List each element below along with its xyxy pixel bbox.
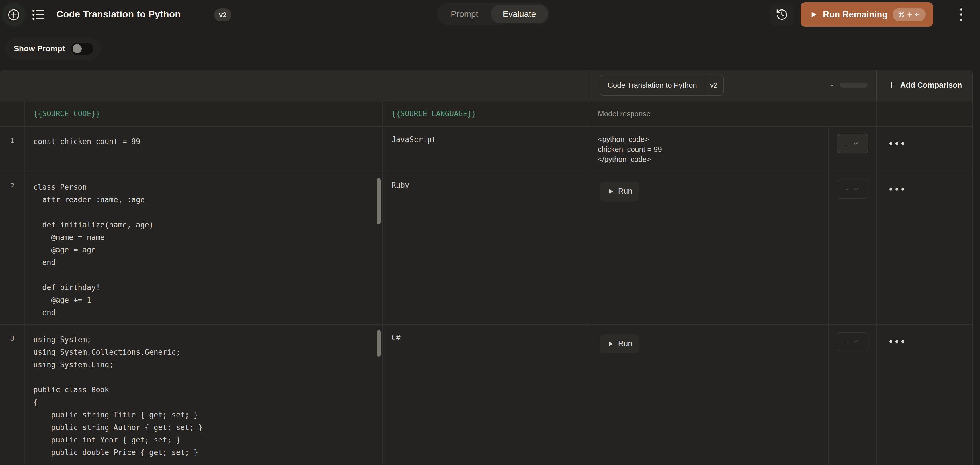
play-icon [607,188,614,195]
mode-tabs: Prompt Evaluate [437,3,549,25]
evaluation-table: Code Translation to Python v2 - Add Comp… [0,70,973,465]
plus-circle-icon [7,8,20,21]
history-button[interactable] [770,3,794,26]
score-dropdown[interactable]: - [837,134,869,153]
score-cell: - [829,173,877,325]
play-icon [607,340,614,347]
header-model-column: Code Translation to Python v2 - [591,70,877,101]
row-number: 1 [0,127,25,173]
column-header-source-language: {{SOURCE_LANGUAGE}} [383,101,591,127]
row-menu-button[interactable] [877,325,972,343]
row-actions-cell [877,173,972,325]
row-number: 3 [0,325,25,465]
code-scrollbar-thumb[interactable] [377,178,381,224]
run-row-button[interactable]: Run [600,182,640,201]
overflow-menu-button[interactable] [957,6,965,23]
header-spacer [0,70,591,101]
chevron-down-icon [853,140,859,147]
source-language-cell[interactable]: Ruby [383,173,591,325]
version-badge: v2 [214,8,231,21]
show-prompt-label: Show Prompt [14,44,65,53]
score-value: - [846,139,848,148]
score-dropdown-disabled[interactable]: - [837,332,869,351]
source-code-cell[interactable]: class Person attr_reader :name, :age def… [25,173,383,325]
new-item-button[interactable] [6,7,21,22]
score-value: - [846,185,848,194]
prompt-list-button[interactable] [31,8,46,22]
model-response-cell: Run [591,173,829,325]
tab-prompt[interactable]: Prompt [438,5,491,23]
chevron-down-icon [853,338,859,345]
row-number: 2 [0,173,25,325]
comparison-prompt-version: v2 [704,75,723,95]
code-scrollbar-thumb[interactable] [377,330,381,357]
column-header-source-code: {{SOURCE_CODE}} [25,101,383,127]
toggle-knob [73,44,82,53]
source-code-cell[interactable]: using System; using System.Collections.G… [25,325,383,465]
keyboard-shortcut-badge: ⌘ + ↵ [892,8,925,21]
score-cell: - [829,325,877,465]
run-row-label: Run [618,339,632,348]
score-summary-bar [840,83,867,88]
score-value: - [846,337,848,346]
run-row-label: Run [618,187,632,196]
row-menu-button[interactable] [877,127,972,145]
source-code-cell[interactable]: const chicken_count = 99 [25,127,383,173]
model-response-cell: <python_code> chicken_count = 99 </pytho… [591,127,829,173]
run-remaining-button[interactable]: Run Remaining ⌘ + ↵ [801,2,933,27]
show-prompt-control: Show Prompt [5,38,101,60]
score-dropdown-disabled[interactable]: - [837,179,869,199]
comparison-prompt-name: Code Translation to Python [600,81,704,90]
row-number-header [0,101,25,127]
run-row-button[interactable]: Run [600,334,640,353]
model-response-cell: Run [591,325,829,465]
header-score-summary: - [831,81,867,90]
show-prompt-toggle[interactable] [71,43,93,55]
add-comparison-button[interactable]: Add Comparison [877,70,972,101]
row-actions-cell [877,127,972,173]
row-actions-cell [877,325,972,465]
play-icon [809,10,818,19]
top-bar: Code Translation to Python v2 Prompt Eva… [0,0,980,29]
plus-icon [887,81,896,90]
score-summary-value: - [831,81,834,90]
chevron-down-icon [853,186,859,193]
page-title: Code Translation to Python [56,9,181,20]
source-language-cell[interactable]: JavaScript [383,127,591,173]
score-cell: - [829,127,877,173]
tab-evaluate[interactable]: Evaluate [491,5,548,23]
add-comparison-label: Add Comparison [900,81,963,90]
history-icon [776,8,788,21]
source-language-cell[interactable]: C# [383,325,591,465]
column-header-model-response: Model response [591,101,877,127]
column-header-actions [877,101,972,127]
run-remaining-label: Run Remaining [823,10,888,20]
row-menu-button[interactable] [877,173,972,191]
list-icon [32,8,45,21]
comparison-prompt-chip[interactable]: Code Translation to Python v2 [600,75,724,96]
